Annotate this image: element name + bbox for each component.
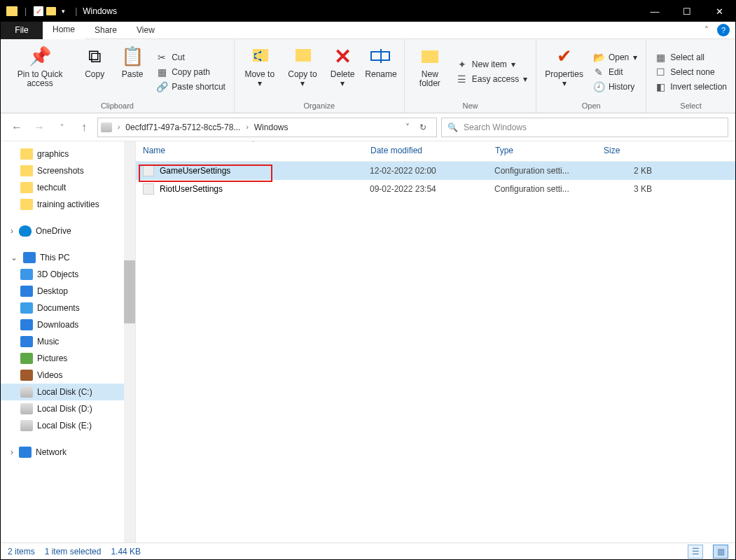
help-icon[interactable]: ? (717, 24, 730, 36)
file-row[interactable]: RiotUserSettings 09-02-2022 23:54 Config… (136, 180, 735, 198)
download-icon (20, 319, 33, 330)
group-label-open: Open (542, 100, 640, 113)
network-icon (19, 447, 32, 458)
close-button[interactable]: ✕ (703, 1, 735, 22)
history-button[interactable]: 🕘History (590, 80, 640, 93)
forward-button[interactable]: → (30, 118, 48, 136)
video-icon (20, 370, 33, 381)
cloud-icon (19, 225, 32, 237)
status-size: 1.44 KB (111, 547, 141, 556)
search-box[interactable]: 🔍 Search Windows (441, 118, 728, 137)
open-button[interactable]: 📂Open ▾ (590, 51, 640, 64)
cut-button[interactable]: ✂Cut (153, 51, 228, 64)
expand-icon[interactable]: › (11, 226, 13, 236)
drive-icon (101, 122, 112, 132)
copy-button[interactable]: ⧉ Copy (78, 42, 111, 100)
invert-selection-button[interactable]: ◧Invert selection (652, 80, 730, 93)
sidebar-scrollbar[interactable] (124, 141, 135, 542)
tree-diskd[interactable]: Local Disk (D:) (1, 400, 135, 417)
recent-locations-button[interactable]: ˅ (53, 118, 71, 136)
copy-to-button[interactable]: Copy to ▾ (284, 42, 322, 100)
maximize-button[interactable]: ☐ (671, 1, 703, 22)
quick-dropdown-icon[interactable]: ▾ (62, 8, 65, 15)
sidebar-scroll-thumb[interactable] (124, 260, 135, 323)
file-date: 12-02-2022 02:00 (370, 166, 494, 176)
copyto-icon (291, 45, 314, 67)
column-type[interactable]: Type (495, 146, 604, 155)
tab-view[interactable]: View (127, 22, 165, 39)
column-size[interactable]: Size (604, 146, 660, 155)
file-size: 2 KB (603, 166, 652, 176)
paste-icon: 📋 (121, 45, 144, 67)
properties-button[interactable]: ✔ Properties▾ (542, 42, 586, 100)
status-bar: 2 items 1 item selected 1.44 KB ☰ ▦ (1, 542, 735, 559)
tree-music[interactable]: Music (1, 333, 135, 350)
quick-newfolder-icon[interactable] (46, 7, 56, 15)
tab-share[interactable]: Share (85, 22, 127, 39)
desktop-icon (20, 286, 33, 297)
cut-icon: ✂ (156, 52, 167, 63)
tree-techcult[interactable]: techcult (1, 179, 135, 196)
chevron-icon[interactable]: › (116, 123, 121, 131)
file-type: Configuration setti... (494, 166, 603, 176)
quick-properties-icon[interactable]: ✓ (34, 6, 43, 16)
easy-access-button[interactable]: ☰Easy access ▾ (454, 73, 530, 85)
select-all-button[interactable]: ▦Select all (652, 51, 730, 64)
expand-icon[interactable]: › (11, 447, 13, 457)
tree-network[interactable]: ›Network (1, 444, 135, 461)
up-button[interactable]: ↑ (75, 118, 93, 136)
search-icon: 🔍 (447, 122, 458, 132)
selectnone-icon: ☐ (655, 66, 666, 78)
path-box[interactable]: › 0ecfdf71-497a-5712-8cc5-78... › Window… (97, 118, 437, 137)
back-button[interactable]: ← (8, 118, 26, 136)
rename-button[interactable]: Rename (363, 42, 398, 100)
tree-pictures[interactable]: Pictures (1, 350, 135, 367)
tree-screenshots[interactable]: Screenshots (1, 162, 135, 179)
edit-button[interactable]: ✎Edit (590, 66, 640, 78)
tab-home[interactable]: Home (43, 22, 85, 39)
tree-onedrive[interactable]: ›OneDrive (1, 223, 135, 239)
tree-videos[interactable]: Videos (1, 367, 135, 384)
path-dropdown-icon[interactable]: ˅ (404, 122, 411, 132)
group-label-new: New (410, 100, 530, 113)
body: graphics Screenshots techcult training a… (1, 141, 735, 542)
quick-separator-2: | (75, 6, 77, 16)
breadcrumb-seg1[interactable]: 0ecfdf71-497a-5712-8cc5-78... (123, 122, 243, 132)
tab-file[interactable]: File (1, 22, 43, 39)
icons-view-button[interactable]: ▦ (713, 545, 728, 559)
chevron-icon[interactable]: › (244, 123, 249, 131)
group-new: New folder ✦New item ▾ ☰Easy access ▾ Ne… (405, 39, 536, 113)
breadcrumb-seg2[interactable]: Windows (251, 122, 291, 132)
tree-training[interactable]: training activities (1, 196, 135, 213)
tree-diskc[interactable]: Local Disk (C:) (1, 384, 135, 400)
tree-3dobjects[interactable]: 3D Objects (1, 266, 135, 283)
app-icon (6, 6, 18, 16)
collapse-ribbon-icon[interactable]: ˄ (699, 25, 714, 35)
tree-diske[interactable]: Local Disk (E:) (1, 417, 135, 434)
tree-documents[interactable]: Documents (1, 300, 135, 316)
paste-shortcut-button[interactable]: 🔗Paste shortcut (153, 80, 228, 93)
quick-separator: | (25, 6, 27, 16)
tree-graphics[interactable]: graphics (1, 146, 135, 162)
new-item-button[interactable]: ✦New item ▾ (454, 58, 530, 71)
svg-rect-2 (296, 49, 311, 62)
move-to-button[interactable]: Move to ▾ (240, 42, 279, 100)
new-folder-button[interactable]: New folder (410, 42, 450, 100)
picture-icon (20, 353, 33, 364)
copy-path-button[interactable]: ▦Copy path (153, 66, 228, 78)
delete-button[interactable]: ✕ Delete▾ (326, 42, 359, 100)
refresh-button[interactable]: ↻ (412, 122, 433, 132)
collapse-icon[interactable]: ⌄ (11, 253, 18, 262)
select-none-button[interactable]: ☐Select none (652, 66, 730, 78)
paste-button[interactable]: 📋 Paste (116, 42, 149, 100)
column-name[interactable]: Name (143, 146, 370, 155)
rename-icon (370, 45, 392, 67)
pin-quick-access-button[interactable]: 📌 Pin to Quick access (6, 42, 74, 100)
tree-thispc[interactable]: ⌄This PC (1, 249, 135, 266)
tree-desktop[interactable]: Desktop (1, 283, 135, 300)
details-view-button[interactable]: ☰ (688, 545, 703, 559)
search-placeholder: Search Windows (464, 122, 527, 132)
column-date[interactable]: Date modified (370, 146, 495, 155)
minimize-button[interactable]: — (639, 1, 671, 22)
tree-downloads[interactable]: Downloads (1, 316, 135, 333)
